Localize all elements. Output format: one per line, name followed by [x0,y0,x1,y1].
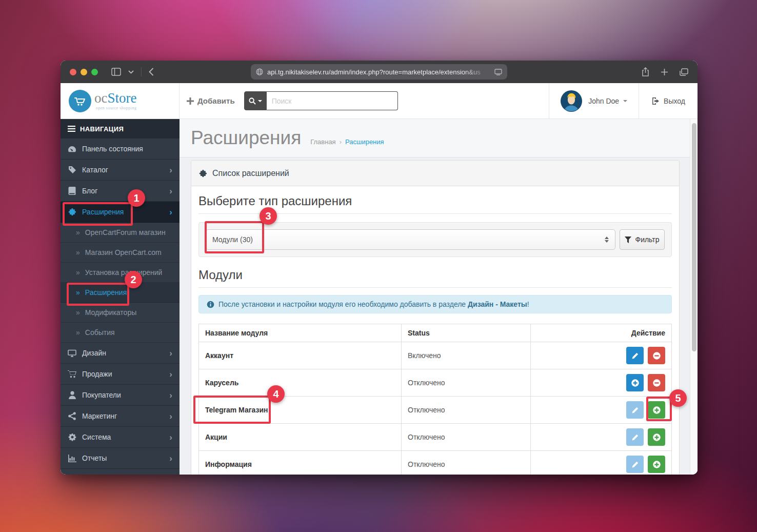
install-button[interactable] [648,428,665,446]
double-chevron-icon: » [76,268,80,277]
address-bar[interactable]: api.tg.nikitakiselev.ru/admin/index.php?… [251,64,507,80]
user-name: John Doe [588,97,619,105]
avatar [561,90,582,112]
module-name: Аккаунт [199,342,402,369]
select-stepper-icon [605,237,609,243]
divider [198,287,672,288]
breadcrumb-current-link[interactable]: Расширения [345,138,384,146]
sidebar-item-design[interactable]: Дизайн › [61,343,180,364]
module-name: Информация [199,451,402,475]
sidebar-subitem-modifications[interactable]: » Модификаторы [61,303,180,323]
back-icon[interactable] [149,68,154,76]
puzzle-icon [199,169,207,178]
add-button[interactable]: Добавить [187,96,235,105]
sidebar-item-blog[interactable]: Блог › [61,181,180,202]
module-name: Telegram Магазин [199,397,402,424]
chevron-right-icon: › [169,454,172,463]
module-name: Акции [199,424,402,451]
logout-button[interactable]: Выход [639,83,698,119]
edit-button[interactable] [626,347,644,364]
sidebar-item-catalog[interactable]: Каталог › [61,160,180,181]
sidebar-item-sales[interactable]: Продажи › [61,364,180,385]
double-chevron-icon: » [76,328,80,337]
user-menu[interactable]: John Doe [549,83,639,119]
sidebar-item-extensions[interactable]: Расширения › [61,202,180,223]
extension-type-select[interactable]: Модули (30) [206,229,615,250]
chevron-right-icon: › [169,370,172,379]
logout-icon [651,97,660,105]
desktop-background: api.tg.nikitakiselev.ru/admin/index.php?… [0,0,757,532]
edit-button-disabled [626,428,644,446]
new-tab-icon[interactable] [661,68,668,76]
caret-down-icon [258,100,262,102]
chevron-right-icon: › [169,412,172,421]
col-header-module-name: Название модуля [199,324,402,342]
extension-type-selected-value: Модули (30) [212,235,253,244]
module-status: Отключено [402,451,531,475]
table-row: Аккаунт Включено [199,342,672,369]
install-button[interactable] [648,401,665,419]
double-chevron-icon: » [76,308,80,317]
reader-view-icon[interactable] [494,69,502,75]
user-icon [68,391,76,399]
edit-button-disabled [626,456,644,473]
funnel-icon [625,237,631,243]
share-icon[interactable] [642,67,649,76]
double-chevron-icon: » [76,248,80,257]
sidebar-subitem-opencart-store[interactable]: » Магазин OpenCart.com [61,243,180,263]
sidebar-toggle-icon[interactable] [111,68,121,76]
close-window-button[interactable] [70,69,76,75]
hamburger-icon [68,126,75,132]
logo-store-text: Store [107,90,136,106]
sidebar-item-reports[interactable]: Отчеты › [61,448,180,469]
table-header-row: Название модуля Status Действие [199,324,672,342]
minimize-window-button[interactable] [81,69,87,75]
fullscreen-window-button[interactable] [91,69,98,75]
module-status: Отключено [402,424,531,451]
minus-circle-icon [652,379,661,387]
pencil-icon [631,352,639,360]
chevron-right-icon: › [169,208,172,216]
share-nodes-icon [68,412,76,420]
filter-button[interactable]: Фильтр [620,229,665,250]
ocstore-logo[interactable]: ocStore open source shopping [61,83,180,119]
chevron-right-icon: › [169,433,172,442]
pencil-icon [631,406,639,414]
plus-circle-icon [652,406,661,415]
info-icon [207,301,214,308]
sidebar-subitem-events[interactable]: » События [61,323,180,343]
sidebar-header: НАВИГАЦИЯ [61,119,180,139]
plus-circle-icon [652,460,661,469]
chevron-down-icon[interactable] [128,70,134,74]
breadcrumb-home-link[interactable]: Главная [310,138,335,146]
search-scope-button[interactable] [244,91,267,110]
install-button[interactable] [648,456,665,473]
sidebar-item-marketing[interactable]: Маркетинг › [61,406,180,427]
sidebar-item-customers[interactable]: Покупатели › [61,385,180,406]
tab-overview-icon[interactable] [680,68,688,76]
sidebar-item-system[interactable]: Система › [61,427,180,448]
page-scrollbar[interactable] [690,119,698,475]
chevron-right-icon: › [169,391,172,400]
table-row: Карусель Отключено [199,369,672,397]
sidebar: НАВИГАЦИЯ Панель состояния Каталог › [61,119,180,475]
sidebar-subitem-extensions[interactable]: » Расширения [61,283,180,303]
sidebar-subitem-opencartforum[interactable]: » OpenCartForum магазин [61,223,180,243]
modules-table: Название модуля Status Действие Аккаунт … [198,324,672,475]
choose-type-heading: Выберите тип расширения [198,194,672,208]
breadcrumb: Главная › Расширения [310,138,384,146]
scrollbar-thumb[interactable] [692,123,696,351]
titlebar-divider [141,67,142,76]
uninstall-button[interactable] [648,374,665,391]
logo-oc-text: oc [94,90,107,106]
sidebar-subitem-installer[interactable]: » Установка расширений [61,263,180,283]
search-input[interactable] [267,91,398,110]
add-instance-button[interactable] [626,374,644,391]
table-row: Акции Отключено [199,424,672,451]
tag-icon [68,166,76,174]
sidebar-item-dashboard[interactable]: Панель состояния [61,139,180,160]
browser-window: api.tg.nikitakiselev.ru/admin/index.php?… [61,61,698,475]
plus-icon [187,97,194,105]
uninstall-button[interactable] [648,347,665,364]
cart-icon [68,370,76,378]
